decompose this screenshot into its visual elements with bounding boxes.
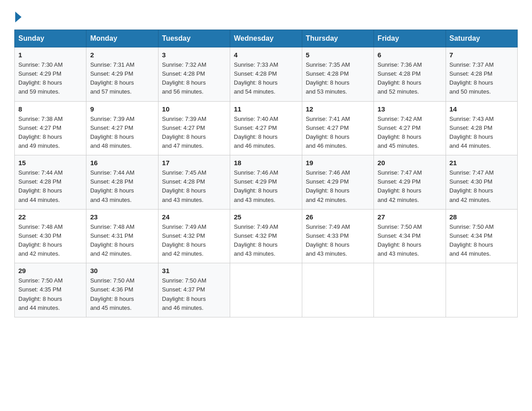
day-info: Sunrise: 7:42 AM Sunset: 4:27 PM Dayligh… bbox=[378, 115, 442, 151]
day-info: Sunrise: 7:44 AM Sunset: 4:28 PM Dayligh… bbox=[18, 168, 82, 205]
day-number: 27 bbox=[378, 213, 442, 221]
day-info: Sunrise: 7:50 AM Sunset: 4:35 PM Dayligh… bbox=[18, 276, 82, 313]
calendar-day-cell: 28 Sunrise: 7:50 AM Sunset: 4:34 PM Dayl… bbox=[446, 209, 517, 263]
calendar-day-cell bbox=[446, 263, 517, 317]
day-number: 10 bbox=[162, 105, 226, 113]
calendar-day-cell: 1 Sunrise: 7:30 AM Sunset: 4:29 PM Dayli… bbox=[15, 47, 86, 102]
day-number: 7 bbox=[450, 51, 514, 59]
day-info: Sunrise: 7:46 AM Sunset: 4:29 PM Dayligh… bbox=[306, 168, 370, 205]
day-info: Sunrise: 7:32 AM Sunset: 4:28 PM Dayligh… bbox=[162, 60, 226, 97]
header-thursday: Thursday bbox=[302, 30, 373, 47]
calendar-day-cell: 12 Sunrise: 7:41 AM Sunset: 4:27 PM Dayl… bbox=[302, 101, 373, 155]
calendar-day-cell: 25 Sunrise: 7:49 AM Sunset: 4:32 PM Dayl… bbox=[230, 209, 302, 263]
day-info: Sunrise: 7:31 AM Sunset: 4:29 PM Dayligh… bbox=[90, 60, 154, 97]
logo-arrow-icon bbox=[15, 12, 21, 22]
calendar-day-cell: 27 Sunrise: 7:50 AM Sunset: 4:34 PM Dayl… bbox=[374, 209, 446, 263]
calendar-day-cell: 10 Sunrise: 7:39 AM Sunset: 4:27 PM Dayl… bbox=[158, 101, 230, 155]
day-info: Sunrise: 7:48 AM Sunset: 4:30 PM Dayligh… bbox=[18, 223, 82, 259]
day-info: Sunrise: 7:49 AM Sunset: 4:32 PM Dayligh… bbox=[162, 223, 226, 259]
day-number: 23 bbox=[90, 213, 154, 221]
day-number: 14 bbox=[450, 105, 514, 113]
day-info: Sunrise: 7:37 AM Sunset: 4:28 PM Dayligh… bbox=[450, 60, 514, 97]
day-number: 11 bbox=[234, 105, 298, 113]
day-number: 30 bbox=[90, 267, 154, 274]
day-info: Sunrise: 7:38 AM Sunset: 4:27 PM Dayligh… bbox=[18, 115, 82, 151]
header-tuesday: Tuesday bbox=[158, 30, 230, 47]
day-number: 29 bbox=[18, 267, 82, 274]
calendar-week-row: 22 Sunrise: 7:48 AM Sunset: 4:30 PM Dayl… bbox=[15, 209, 518, 263]
calendar-day-cell bbox=[302, 263, 373, 317]
day-info: Sunrise: 7:39 AM Sunset: 4:27 PM Dayligh… bbox=[90, 115, 154, 151]
calendar-day-cell: 8 Sunrise: 7:38 AM Sunset: 4:27 PM Dayli… bbox=[15, 101, 86, 155]
day-info: Sunrise: 7:50 AM Sunset: 4:34 PM Dayligh… bbox=[450, 223, 514, 259]
day-number: 9 bbox=[90, 105, 154, 113]
day-number: 24 bbox=[162, 213, 226, 221]
calendar-day-cell: 3 Sunrise: 7:32 AM Sunset: 4:28 PM Dayli… bbox=[158, 47, 230, 102]
page-header bbox=[14, 11, 518, 21]
day-info: Sunrise: 7:47 AM Sunset: 4:29 PM Dayligh… bbox=[378, 168, 442, 205]
day-number: 8 bbox=[18, 105, 82, 113]
day-number: 19 bbox=[306, 159, 370, 167]
day-info: Sunrise: 7:46 AM Sunset: 4:29 PM Dayligh… bbox=[234, 168, 298, 205]
day-info: Sunrise: 7:39 AM Sunset: 4:27 PM Dayligh… bbox=[162, 115, 226, 151]
calendar-day-cell: 17 Sunrise: 7:45 AM Sunset: 4:28 PM Dayl… bbox=[158, 155, 230, 210]
calendar-table: SundayMondayTuesdayWednesdayThursdayFrid… bbox=[14, 30, 518, 317]
calendar-day-cell: 6 Sunrise: 7:36 AM Sunset: 4:28 PM Dayli… bbox=[374, 47, 446, 102]
day-info: Sunrise: 7:43 AM Sunset: 4:28 PM Dayligh… bbox=[450, 115, 514, 151]
calendar-day-cell: 16 Sunrise: 7:44 AM Sunset: 4:28 PM Dayl… bbox=[86, 155, 158, 210]
day-info: Sunrise: 7:45 AM Sunset: 4:28 PM Dayligh… bbox=[162, 168, 226, 205]
day-number: 3 bbox=[162, 51, 226, 59]
day-info: Sunrise: 7:49 AM Sunset: 4:33 PM Dayligh… bbox=[306, 223, 370, 259]
day-number: 20 bbox=[378, 159, 442, 167]
header-sunday: Sunday bbox=[15, 30, 86, 47]
calendar-day-cell: 30 Sunrise: 7:50 AM Sunset: 4:36 PM Dayl… bbox=[86, 263, 158, 317]
calendar-day-cell: 11 Sunrise: 7:40 AM Sunset: 4:27 PM Dayl… bbox=[230, 101, 302, 155]
day-info: Sunrise: 7:36 AM Sunset: 4:28 PM Dayligh… bbox=[378, 60, 442, 97]
calendar-day-cell: 14 Sunrise: 7:43 AM Sunset: 4:28 PM Dayl… bbox=[446, 101, 517, 155]
calendar-header-row: SundayMondayTuesdayWednesdayThursdayFrid… bbox=[15, 30, 518, 47]
day-number: 31 bbox=[162, 267, 226, 274]
calendar-day-cell: 13 Sunrise: 7:42 AM Sunset: 4:27 PM Dayl… bbox=[374, 101, 446, 155]
day-number: 21 bbox=[450, 159, 514, 167]
calendar-day-cell: 9 Sunrise: 7:39 AM Sunset: 4:27 PM Dayli… bbox=[86, 101, 158, 155]
calendar-week-row: 15 Sunrise: 7:44 AM Sunset: 4:28 PM Dayl… bbox=[15, 155, 518, 210]
day-number: 1 bbox=[18, 51, 82, 59]
day-number: 5 bbox=[306, 51, 370, 59]
calendar-day-cell bbox=[230, 263, 302, 317]
day-info: Sunrise: 7:41 AM Sunset: 4:27 PM Dayligh… bbox=[306, 115, 370, 151]
day-info: Sunrise: 7:50 AM Sunset: 4:36 PM Dayligh… bbox=[90, 276, 154, 313]
day-number: 18 bbox=[234, 159, 298, 167]
day-number: 13 bbox=[378, 105, 442, 113]
calendar-week-row: 29 Sunrise: 7:50 AM Sunset: 4:35 PM Dayl… bbox=[15, 263, 518, 317]
calendar-day-cell: 20 Sunrise: 7:47 AM Sunset: 4:29 PM Dayl… bbox=[374, 155, 446, 210]
day-info: Sunrise: 7:30 AM Sunset: 4:29 PM Dayligh… bbox=[18, 60, 82, 97]
day-info: Sunrise: 7:48 AM Sunset: 4:31 PM Dayligh… bbox=[90, 223, 154, 259]
day-info: Sunrise: 7:50 AM Sunset: 4:37 PM Dayligh… bbox=[162, 276, 226, 313]
day-info: Sunrise: 7:40 AM Sunset: 4:27 PM Dayligh… bbox=[234, 115, 298, 151]
header-saturday: Saturday bbox=[446, 30, 517, 47]
day-number: 25 bbox=[234, 213, 298, 221]
day-number: 28 bbox=[450, 213, 514, 221]
day-number: 6 bbox=[378, 51, 442, 59]
day-info: Sunrise: 7:50 AM Sunset: 4:34 PM Dayligh… bbox=[378, 223, 442, 259]
calendar-day-cell: 5 Sunrise: 7:35 AM Sunset: 4:28 PM Dayli… bbox=[302, 47, 373, 102]
day-number: 17 bbox=[162, 159, 226, 167]
calendar-day-cell: 26 Sunrise: 7:49 AM Sunset: 4:33 PM Dayl… bbox=[302, 209, 373, 263]
calendar-day-cell: 7 Sunrise: 7:37 AM Sunset: 4:28 PM Dayli… bbox=[446, 47, 517, 102]
calendar-day-cell: 18 Sunrise: 7:46 AM Sunset: 4:29 PM Dayl… bbox=[230, 155, 302, 210]
calendar-day-cell: 4 Sunrise: 7:33 AM Sunset: 4:28 PM Dayli… bbox=[230, 47, 302, 102]
calendar-week-row: 1 Sunrise: 7:30 AM Sunset: 4:29 PM Dayli… bbox=[15, 47, 518, 102]
day-info: Sunrise: 7:49 AM Sunset: 4:32 PM Dayligh… bbox=[234, 223, 298, 259]
calendar-week-row: 8 Sunrise: 7:38 AM Sunset: 4:27 PM Dayli… bbox=[15, 101, 518, 155]
day-info: Sunrise: 7:47 AM Sunset: 4:30 PM Dayligh… bbox=[450, 168, 514, 205]
calendar-day-cell: 21 Sunrise: 7:47 AM Sunset: 4:30 PM Dayl… bbox=[446, 155, 517, 210]
day-number: 4 bbox=[234, 51, 298, 59]
calendar-day-cell: 22 Sunrise: 7:48 AM Sunset: 4:30 PM Dayl… bbox=[15, 209, 86, 263]
day-number: 22 bbox=[18, 213, 82, 221]
day-number: 26 bbox=[306, 213, 370, 221]
calendar-day-cell: 19 Sunrise: 7:46 AM Sunset: 4:29 PM Dayl… bbox=[302, 155, 373, 210]
calendar-day-cell: 23 Sunrise: 7:48 AM Sunset: 4:31 PM Dayl… bbox=[86, 209, 158, 263]
day-number: 16 bbox=[90, 159, 154, 167]
day-info: Sunrise: 7:44 AM Sunset: 4:28 PM Dayligh… bbox=[90, 168, 154, 205]
day-number: 2 bbox=[90, 51, 154, 59]
